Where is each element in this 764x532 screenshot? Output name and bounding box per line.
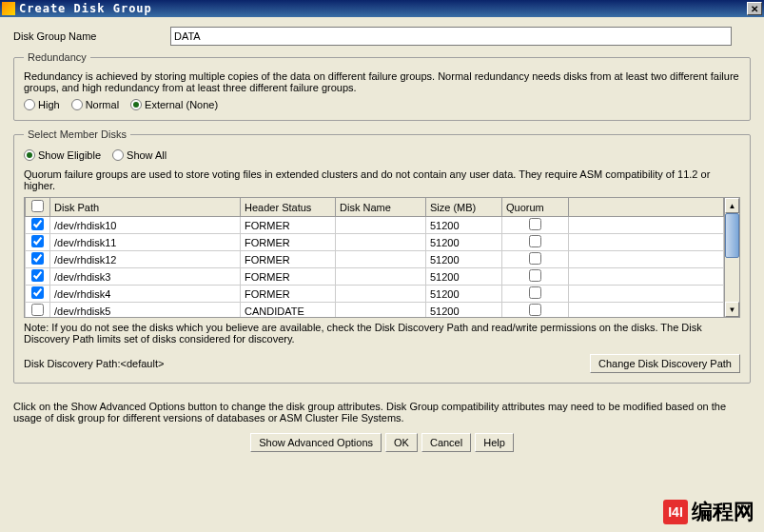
quorum-desc: Quorum failure groups are used to store … — [24, 168, 740, 191]
disk-name-cell[interactable] — [336, 286, 426, 303]
column-header[interactable]: Disk Path — [50, 198, 241, 217]
disks-table: Disk PathHeader StatusDisk NameSize (MB)… — [25, 198, 724, 317]
table-scrollbar[interactable]: ▲ ▼ — [724, 198, 739, 317]
disk-path-cell: /dev/rhdisk3 — [50, 268, 241, 286]
disk-group-name-input[interactable] — [170, 27, 732, 46]
table-row[interactable]: /dev/rhdisk5CANDIDATE51200 — [26, 303, 724, 318]
size-cell: 51200 — [426, 251, 502, 268]
header-status-cell: FORMER — [241, 268, 336, 286]
column-header[interactable]: Header Status — [241, 198, 336, 217]
header-status-cell: FORMER — [241, 234, 336, 251]
redundancy-legend: Redundancy — [24, 51, 90, 63]
row-select-checkbox[interactable] — [31, 218, 44, 230]
disk-group-name-label: Disk Group Name — [13, 30, 170, 42]
quorum-checkbox[interactable] — [529, 235, 541, 247]
disk-name-cell[interactable] — [336, 303, 426, 318]
redundancy-radio-high[interactable]: High — [24, 99, 60, 110]
redundancy-radio-normal[interactable]: Normal — [71, 99, 119, 110]
help-button[interactable]: Help — [475, 433, 514, 452]
disk-name-cell[interactable] — [336, 217, 426, 234]
title-bar: Create Disk Group ✕ — [0, 0, 764, 17]
disk-path-cell: /dev/rhdisk5 — [50, 303, 241, 318]
redundancy-group: Redundancy Redundancy is achieved by sto… — [13, 51, 751, 121]
select-all-checkbox[interactable] — [31, 200, 44, 212]
column-header[interactable]: Quorum — [502, 198, 569, 217]
close-button[interactable]: ✕ — [747, 2, 762, 15]
header-status-cell: FORMER — [241, 251, 336, 268]
quorum-checkbox[interactable] — [529, 286, 541, 299]
table-row[interactable]: /dev/rhdisk11FORMER51200 — [26, 234, 724, 251]
ok-button[interactable]: OK — [385, 433, 418, 452]
table-row[interactable]: /dev/rhdisk3FORMER51200 — [26, 268, 724, 286]
filter-radio-show-eligible[interactable]: Show Eligible — [24, 149, 101, 161]
disk-name-cell[interactable] — [336, 234, 426, 251]
disk-path-cell: /dev/rhdisk12 — [50, 251, 241, 268]
size-cell: 51200 — [426, 217, 502, 234]
watermark-text: 编程网 — [692, 498, 754, 526]
window-title: Create Disk Group — [19, 2, 747, 15]
scroll-down-button[interactable]: ▼ — [725, 302, 739, 317]
column-header[interactable] — [26, 198, 50, 217]
disk-name-cell[interactable] — [336, 268, 426, 286]
disk-path-cell: /dev/rhdisk10 — [50, 217, 241, 234]
size-cell: 51200 — [426, 286, 502, 303]
table-row[interactable]: /dev/rhdisk4FORMER51200 — [26, 286, 724, 303]
header-status-cell: FORMER — [241, 286, 336, 303]
quorum-checkbox[interactable] — [529, 304, 541, 316]
disk-path-cell: /dev/rhdisk11 — [50, 234, 241, 251]
disk-name-cell[interactable] — [336, 251, 426, 268]
footer-text: Click on the Show Advanced Options butto… — [0, 401, 764, 424]
discovery-path-text: Disk Discovery Path:<default> — [24, 358, 164, 369]
redundancy-desc: Redundancy is achieved by storing multip… — [24, 70, 740, 93]
header-status-cell: CANDIDATE — [241, 303, 336, 318]
column-header[interactable]: Disk Name — [336, 198, 426, 217]
watermark-icon: I4I — [663, 500, 688, 524]
row-select-checkbox[interactable] — [31, 235, 44, 247]
redundancy-radio-external-none-[interactable]: External (None) — [130, 99, 218, 110]
size-cell: 51200 — [426, 303, 502, 318]
row-select-checkbox[interactable] — [31, 304, 44, 316]
watermark: I4I 编程网 — [663, 498, 754, 526]
size-cell: 51200 — [426, 268, 502, 286]
show-advanced-options-button[interactable]: Show Advanced Options — [250, 433, 382, 452]
change-discovery-path-button[interactable]: Change Disk Discovery Path — [590, 354, 740, 373]
size-cell: 51200 — [426, 234, 502, 251]
row-select-checkbox[interactable] — [31, 252, 44, 265]
quorum-checkbox[interactable] — [529, 252, 541, 265]
header-status-cell: FORMER — [241, 217, 336, 234]
table-row[interactable]: /dev/rhdisk12FORMER51200 — [26, 251, 724, 268]
cancel-button[interactable]: Cancel — [421, 433, 471, 452]
select-member-disks-group: Select Member Disks Show EligibleShow Al… — [13, 128, 751, 384]
scroll-thumb[interactable] — [725, 213, 739, 258]
row-select-checkbox[interactable] — [31, 269, 44, 282]
column-header[interactable]: Size (MB) — [426, 198, 502, 217]
select-member-legend: Select Member Disks — [24, 128, 130, 140]
discovery-note: Note: If you do not see the disks which … — [24, 322, 740, 345]
quorum-checkbox[interactable] — [529, 218, 541, 230]
row-select-checkbox[interactable] — [31, 286, 44, 299]
table-row[interactable]: /dev/rhdisk10FORMER51200 — [26, 217, 724, 234]
filter-radio-show-all[interactable]: Show All — [112, 149, 167, 161]
app-icon — [2, 2, 15, 15]
scroll-up-button[interactable]: ▲ — [725, 198, 739, 213]
disk-path-cell: /dev/rhdisk4 — [50, 286, 241, 303]
quorum-checkbox[interactable] — [529, 269, 541, 282]
